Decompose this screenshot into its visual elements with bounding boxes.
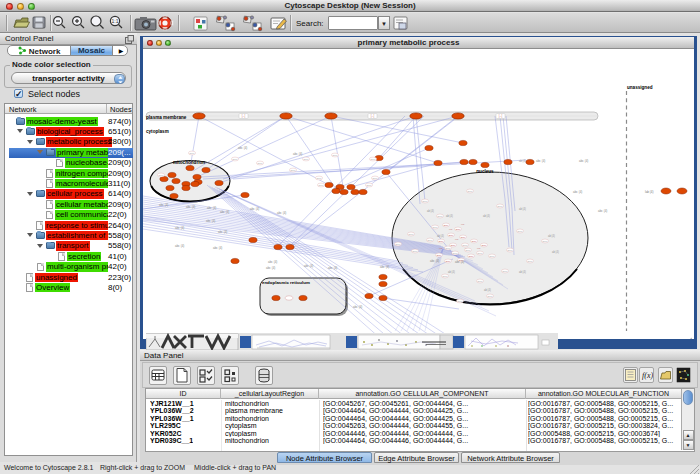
svg-text:abc (4): abc (4)	[220, 210, 229, 214]
svg-text:lbl(0): lbl(0)	[413, 250, 418, 252]
svg-text:lbl(0): lbl(0)	[503, 270, 508, 272]
svg-text:abc (4): abc (4)	[206, 219, 215, 223]
svg-text:ab (4): ab (4)	[448, 270, 455, 274]
svg-text:plasma membrane: plasma membrane	[146, 115, 187, 120]
svg-text:lb(0): lb(0)	[439, 240, 444, 242]
svg-text:lbl(0): lbl(0)	[508, 249, 513, 251]
svg-text:abc (4): abc (4)	[455, 260, 464, 264]
svg-text:lbl(0): lbl(0)	[373, 177, 378, 179]
svg-text:ab (4): ab (4)	[446, 214, 453, 218]
svg-text:lbl(0): lbl(0)	[468, 190, 473, 192]
svg-text:ab (4): ab (4)	[437, 234, 444, 238]
svg-text:lbl(0): lbl(0)	[458, 300, 463, 302]
svg-text:abc (4): abc (4)	[598, 209, 607, 213]
svg-text:lab (4): lab (4)	[645, 190, 654, 194]
svg-text:ab (4): ab (4)	[519, 207, 526, 211]
svg-text:abc (4): abc (4)	[579, 159, 588, 163]
svg-text:lb(0): lb(0)	[472, 240, 477, 242]
svg-text:x(0): x(0)	[461, 223, 465, 225]
svg-text:lb(0): lb(0)	[446, 260, 451, 262]
svg-text:abc (4): abc (4)	[328, 266, 337, 270]
svg-text:abc (4): abc (4)	[213, 246, 222, 250]
svg-text:nucleus: nucleus	[476, 169, 494, 174]
svg-text:lbl(0): lbl(0)	[478, 280, 483, 282]
svg-text:abc (4): abc (4)	[250, 207, 259, 211]
svg-text:lbl(0): lbl(0)	[518, 230, 523, 232]
svg-text:lbl(0): lbl(0)	[190, 152, 195, 154]
svg-text:lbl(0): lbl(0)	[490, 255, 495, 257]
svg-text:abc (4): abc (4)	[175, 244, 184, 248]
svg-text:lb(0): lb(0)	[444, 224, 449, 226]
svg-text:lbl(0): lbl(0)	[466, 249, 471, 251]
svg-text:[...]: [...]	[499, 114, 503, 118]
svg-text:1:1: 1:1	[112, 18, 119, 24]
svg-text:lb(0): lb(0)	[449, 234, 454, 236]
svg-text:endoplasmic reticulum: endoplasmic reticulum	[262, 280, 310, 285]
svg-text:cytoplasm: cytoplasm	[146, 129, 169, 134]
svg-text:abc (4): abc (4)	[277, 211, 286, 215]
svg-text:lbl(0): lbl(0)	[433, 226, 438, 228]
svg-text:ab (4): ab (4)	[548, 234, 555, 238]
svg-text:lbl(0): lbl(0)	[543, 240, 548, 242]
svg-text:lbl(0): lbl(0)	[438, 215, 443, 217]
svg-text:lb(0): lb(0)	[482, 244, 487, 246]
svg-text:ab (4): ab (4)	[483, 214, 490, 218]
svg-text:lbl(0): lbl(0)	[428, 239, 433, 241]
svg-text:lbl(0): lbl(0)	[319, 184, 324, 186]
svg-text:lbl(0): lbl(0)	[488, 295, 493, 297]
svg-text:lbl(0): lbl(0)	[528, 260, 533, 262]
svg-text:abc (4): abc (4)	[238, 146, 247, 150]
svg-text:ab (4): ab (4)	[519, 159, 526, 163]
svg-text:abc (4): abc (4)	[207, 206, 216, 210]
svg-text:f(x): f(x)	[642, 371, 653, 380]
svg-text:lb(0): lb(0)	[461, 236, 466, 238]
svg-text:mitochondrion: mitochondrion	[173, 160, 205, 165]
svg-text:[...]: [...]	[242, 114, 246, 118]
svg-text:ab (4): ab (4)	[484, 288, 491, 292]
svg-text:x(0): x(0)	[477, 247, 481, 249]
svg-text:lb(0): lb(0)	[456, 228, 461, 230]
svg-text:lbl(0): lbl(0)	[463, 244, 468, 246]
svg-text:abc (4): abc (4)	[304, 264, 313, 268]
svg-text:x(0): x(0)	[439, 247, 443, 249]
svg-text:lb(0): lb(0)	[451, 244, 456, 246]
svg-text:x(0): x(0)	[449, 228, 453, 230]
svg-text:lbl(0): lbl(0)	[258, 162, 263, 164]
svg-text:abc (4): abc (4)	[353, 305, 362, 309]
svg-text:abc (4): abc (4)	[430, 259, 439, 263]
svg-text:abc (4): abc (4)	[380, 265, 389, 269]
svg-text:lbl(0): lbl(0)	[443, 275, 448, 277]
svg-text:abc (4): abc (4)	[536, 159, 545, 163]
svg-text:abc (4): abc (4)	[293, 152, 302, 156]
svg-text:ab (4): ab (4)	[427, 209, 434, 213]
svg-text:lbl(0): lbl(0)	[446, 247, 451, 249]
svg-text:lbl(0): lbl(0)	[367, 184, 372, 186]
svg-text:abc (4): abc (4)	[175, 226, 184, 230]
svg-text:ab (4): ab (4)	[519, 270, 526, 274]
svg-text:lbl(0): lbl(0)	[409, 233, 414, 235]
svg-text:x(0): x(0)	[455, 238, 459, 240]
svg-text:lbl(0): lbl(0)	[478, 252, 483, 254]
svg-text:lbl(0): lbl(0)	[423, 200, 428, 202]
svg-text:lbl(0): lbl(0)	[333, 154, 338, 156]
svg-text:lbl(0): lbl(0)	[396, 243, 401, 245]
svg-text:abc (4): abc (4)	[266, 266, 275, 270]
svg-text:lbl(0): lbl(0)	[317, 177, 322, 179]
svg-text:abc (4): abc (4)	[159, 203, 168, 207]
svg-text:lbl(0): lbl(0)	[304, 158, 309, 160]
svg-text:abc (4): abc (4)	[573, 190, 582, 194]
svg-text:lbl(0): lbl(0)	[159, 174, 164, 176]
svg-text:[...]: [...]	[371, 114, 375, 118]
svg-text:lb(0): lb(0)	[437, 254, 442, 256]
svg-text:abc (4): abc (4)	[186, 205, 195, 209]
svg-text:lbl(0): lbl(0)	[498, 205, 503, 207]
svg-text:lbl(0): lbl(0)	[291, 169, 296, 171]
svg-text:lbl(0): lbl(0)	[233, 158, 238, 160]
svg-text:lb(0): lb(0)	[469, 255, 474, 257]
svg-text:lbl(0): lbl(0)	[453, 252, 458, 254]
svg-text:abc (4): abc (4)	[218, 230, 227, 234]
svg-text:ab (4): ab (4)	[552, 250, 559, 254]
svg-text:lbl(0): lbl(0)	[371, 158, 376, 160]
svg-text:abc (4): abc (4)	[268, 260, 277, 264]
svg-text:unassigned: unassigned	[627, 85, 653, 90]
